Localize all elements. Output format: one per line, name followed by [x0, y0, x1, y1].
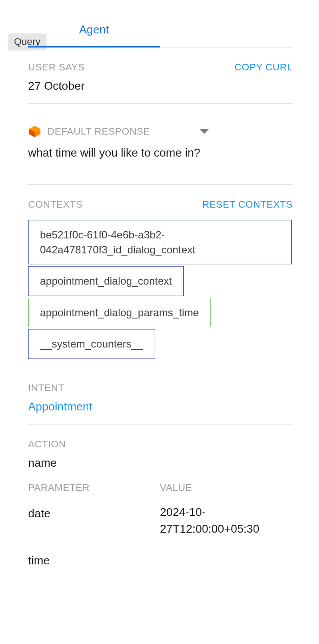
response-label: DEFAULT RESPONSE: [47, 126, 150, 137]
user-says-section: USER SAYS COPY CURL 27 October: [28, 48, 293, 104]
tab-agent[interactable]: Agent: [28, 16, 160, 47]
response-text: what time will you like to come in?: [28, 146, 293, 160]
left-divider: [2, 16, 2, 592]
user-says-value: 27 October: [28, 79, 293, 93]
contexts-label: CONTEXTS: [28, 199, 83, 210]
param-header-value: VALUE: [160, 482, 293, 494]
parameter-table: PARAMETER VALUE date 2024-10-27T12:00:00…: [28, 482, 293, 567]
action-value: name: [28, 456, 293, 470]
param-value: 2024-10-27T12:00:00+05:30: [160, 504, 293, 537]
user-says-label: USER SAYS: [28, 62, 85, 73]
chevron-down-icon[interactable]: [200, 129, 209, 134]
context-chip[interactable]: appointment_dialog_params_time: [28, 298, 211, 328]
context-chip[interactable]: __system_counters__: [28, 329, 155, 359]
copy-curl-link[interactable]: COPY CURL: [235, 62, 293, 73]
param-header-name: PARAMETER: [28, 482, 160, 494]
reset-contexts-link[interactable]: RESET CONTEXTS: [202, 199, 293, 210]
response-section: DEFAULT RESPONSE what time will you like…: [28, 104, 293, 185]
param-name: date: [28, 504, 160, 520]
tabs: Agent: [28, 16, 293, 48]
table-row: date 2024-10-27T12:00:00+05:30: [28, 504, 293, 537]
action-label: ACTION: [28, 439, 293, 450]
tab-agent-label: Agent: [79, 23, 109, 36]
intent-section: INTENT Appointment: [28, 368, 293, 424]
table-row: time: [28, 551, 293, 567]
param-name: time: [28, 551, 160, 567]
context-chips: be521f0c-61f0-4e6b-a3b2-042a478170f3_id_…: [28, 220, 293, 359]
intent-label: INTENT: [28, 382, 293, 394]
intent-link[interactable]: Appointment: [28, 400, 293, 413]
context-chip[interactable]: appointment_dialog_context: [28, 266, 184, 296]
contexts-section: CONTEXTS RESET CONTEXTS be521f0c-61f0-4e…: [28, 185, 293, 368]
context-chip[interactable]: be521f0c-61f0-4e6b-a3b2-042a478170f3_id_…: [28, 220, 292, 264]
tab-underline: [28, 46, 160, 48]
action-section: ACTION name PARAMETER VALUE date 2024-10…: [28, 424, 293, 592]
cube-icon: [28, 125, 41, 138]
